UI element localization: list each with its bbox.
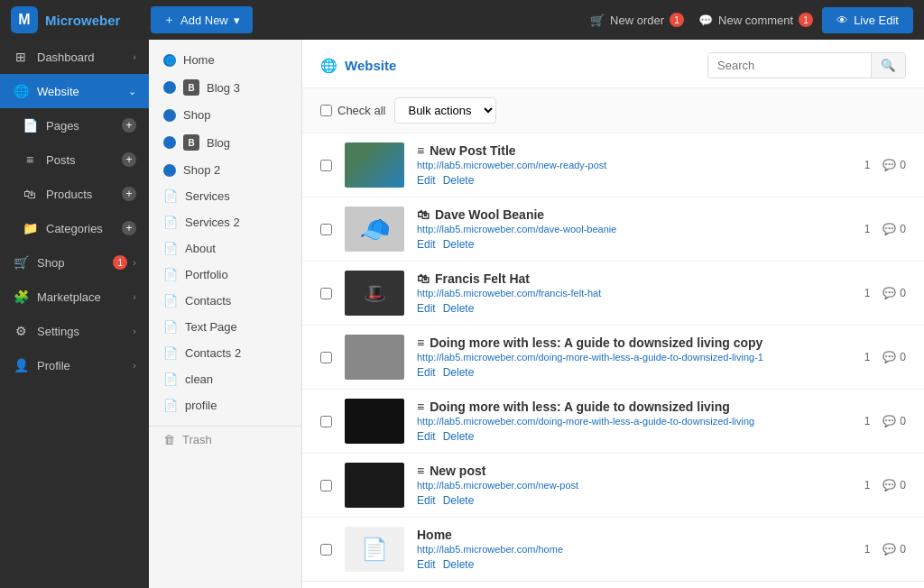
sidebar-item-dashboard[interactable]: ⊞ Dashboard › — [0, 40, 149, 74]
categories-add-icon[interactable]: + — [122, 221, 136, 235]
sidebar-item-settings[interactable]: ⚙ Settings › — [0, 314, 149, 348]
post-actions: Edit Delete — [417, 302, 852, 315]
sub-sidebar-item-blog3[interactable]: B Blog 3 — [149, 73, 301, 102]
sub-sidebar-item-trash[interactable]: 🗑 Trash — [149, 426, 301, 453]
sub-sidebar-item-about[interactable]: 📄 About — [149, 235, 301, 262]
new-comment-notif[interactable]: 💬 New comment 1 — [698, 13, 813, 27]
post-views: 1 — [864, 287, 871, 299]
comment-icon: 💬 — [882, 543, 896, 556]
post-type-icon: ≡ — [417, 400, 424, 414]
post-url: http://lab5.microweber.com/francis-felt-… — [417, 288, 852, 299]
posts-icon: ≡ — [22, 152, 38, 168]
sidebar-item-marketplace[interactable]: 🧩 Marketplace › — [0, 280, 149, 314]
edit-link[interactable]: Edit — [417, 494, 436, 507]
sidebar-label-marketplace: Marketplace — [37, 290, 101, 304]
sub-sidebar-item-portfolio[interactable]: 📄 Portfolio — [149, 262, 301, 288]
main-layout: ⊞ Dashboard › 🌐 Website ⌄ 📄 Pages + ≡ Po… — [0, 40, 924, 588]
content-area: 🌐 Website 🔍 Check all Bulk actions — [302, 40, 924, 588]
add-new-button[interactable]: ＋ Add New ▾ — [151, 6, 253, 33]
edit-link[interactable]: Edit — [417, 430, 436, 443]
blog3-dot — [163, 81, 176, 94]
edit-link[interactable]: Edit — [417, 174, 436, 187]
sub-sidebar-item-blog[interactable]: B Blog — [149, 128, 301, 157]
content-header: 🌐 Website 🔍 — [302, 40, 924, 88]
sidebar-item-profile[interactable]: 👤 Profile › — [0, 348, 149, 382]
search-box: 🔍 — [707, 52, 906, 78]
post-comments: 💬 0 — [882, 415, 906, 427]
check-all-checkbox[interactable] — [320, 105, 332, 116]
shop-badge: 1 — [113, 255, 127, 270]
post-comments: 💬 0 — [882, 543, 906, 556]
sub-sidebar-item-textpage[interactable]: 📄 Text Page — [149, 314, 301, 340]
post-views: 1 — [864, 479, 871, 492]
sub-sidebar-item-contacts[interactable]: 📄 Contacts — [149, 288, 301, 314]
post-checkbox[interactable] — [320, 160, 332, 171]
edit-link[interactable]: Edit — [417, 302, 436, 315]
sidebar-item-categories[interactable]: 📁 Categories + — [0, 211, 149, 245]
sub-sidebar: 🌐 Home B Blog 3 Shop B Blog Shop 2 📄 Ser… — [149, 40, 302, 588]
check-all-wrapper: Check all — [320, 104, 385, 117]
edit-link[interactable]: Edit — [417, 238, 436, 251]
about-page-icon: 📄 — [163, 242, 178, 255]
post-meta: 1 💬 0 — [864, 223, 906, 235]
products-icon: 🛍 — [22, 186, 38, 202]
sub-sidebar-item-shop2[interactable]: Shop 2 — [149, 157, 301, 183]
delete-link[interactable]: Delete — [443, 494, 475, 507]
bulk-actions-select[interactable]: Bulk actions — [394, 97, 496, 124]
post-checkbox[interactable] — [320, 224, 332, 235]
post-comments: 💬 0 — [882, 479, 906, 492]
post-meta: 1 💬 0 — [864, 159, 906, 171]
products-add-icon[interactable]: + — [122, 187, 136, 201]
logo-text: Microweber — [45, 13, 120, 28]
posts-add-icon[interactable]: + — [122, 152, 136, 167]
post-checkbox[interactable] — [320, 416, 332, 427]
post-actions: Edit Delete — [417, 558, 852, 571]
post-info: ≡ Doing more with less: A guide to downs… — [417, 400, 852, 443]
sub-sidebar-item-shop[interactable]: Shop — [149, 102, 301, 128]
new-order-notif[interactable]: 🛒 New order 1 — [590, 13, 684, 27]
website-icon: 🌐 — [13, 83, 29, 99]
post-checkbox[interactable] — [320, 544, 332, 556]
delete-link[interactable]: Delete — [443, 366, 475, 379]
delete-link[interactable]: Delete — [443, 238, 475, 251]
post-info: 🛍 Francis Felt Hat http://lab5.microwebe… — [417, 271, 852, 315]
topbar: M Microweber ＋ Add New ▾ 🛒 New order 1 💬… — [0, 0, 924, 40]
post-checkbox[interactable] — [320, 480, 332, 492]
post-info: 🛍 Dave Wool Beanie http://lab5.microwebe… — [417, 207, 852, 251]
edit-link[interactable]: Edit — [417, 366, 436, 379]
sidebar-item-products[interactable]: 🛍 Products + — [0, 177, 149, 211]
sidebar-label-pages: Pages — [46, 119, 79, 133]
sub-sidebar-item-profile[interactable]: 📄 profile — [149, 392, 301, 418]
sub-sidebar-item-contacts2[interactable]: 📄 Contacts 2 — [149, 340, 301, 366]
content-title: 🌐 Website — [320, 58, 396, 74]
content-toolbar: Check all Bulk actions — [302, 88, 924, 133]
post-checkbox[interactable] — [320, 352, 332, 363]
comment-icon: 💬 — [882, 351, 896, 363]
post-title: ≡ New Post Title — [417, 143, 852, 158]
posts-list: ≡ New Post Title http://lab5.microweber.… — [302, 133, 924, 588]
delete-link[interactable]: Delete — [443, 302, 475, 315]
sub-sidebar-item-services2[interactable]: 📄 Services 2 — [149, 209, 301, 235]
search-input[interactable] — [708, 53, 871, 78]
delete-link[interactable]: Delete — [443, 558, 475, 571]
contacts2-page-icon: 📄 — [163, 346, 178, 360]
post-checkbox[interactable] — [320, 288, 332, 299]
sub-sidebar-item-clean[interactable]: 📄 clean — [149, 366, 301, 392]
sub-sidebar-item-services[interactable]: 📄 Services — [149, 183, 301, 209]
settings-icon: ⚙ — [13, 323, 29, 339]
delete-link[interactable]: Delete — [443, 174, 475, 187]
services-page-icon: 📄 — [163, 189, 178, 203]
pages-add-icon[interactable]: + — [122, 118, 136, 133]
live-edit-button[interactable]: 👁 Live Edit — [822, 7, 913, 33]
search-button[interactable]: 🔍 — [871, 53, 905, 78]
delete-link[interactable]: Delete — [443, 430, 475, 443]
sidebar-label-profile: Profile — [37, 359, 70, 372]
chevron-down-icon: ⌄ — [128, 86, 136, 97]
sidebar-item-shop[interactable]: 🛒 Shop 1 › — [0, 245, 149, 280]
sub-sidebar-item-home[interactable]: 🌐 Home — [149, 47, 301, 73]
sidebar-item-pages[interactable]: 📄 Pages + — [0, 108, 149, 142]
sidebar-item-website[interactable]: 🌐 Website ⌄ — [0, 74, 149, 108]
sidebar-item-posts[interactable]: ≡ Posts + — [0, 142, 149, 177]
edit-link[interactable]: Edit — [417, 558, 436, 571]
website-globe-icon: 🌐 — [320, 58, 337, 74]
